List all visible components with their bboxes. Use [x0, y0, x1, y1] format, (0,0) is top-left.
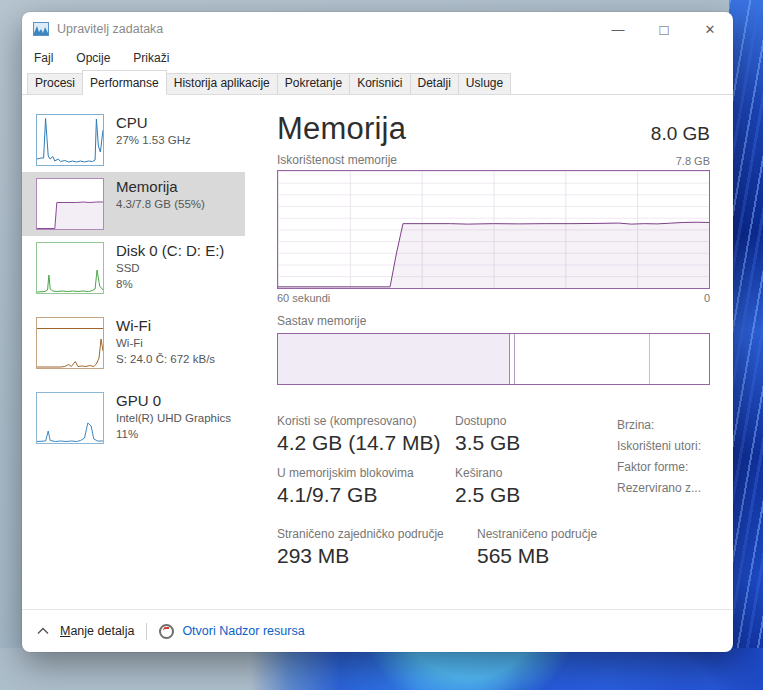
disk-title: Disk 0 (C: D: E:) — [116, 241, 224, 260]
stat-available: Dostupno 3.5 GB — [455, 414, 617, 455]
time-axis-labels: 60 sekundi 0 — [277, 292, 710, 304]
menu-item-fajl[interactable]: Fajl — [34, 51, 53, 65]
info-form-factor: Faktor forme: — [617, 457, 710, 478]
disk-usage: 8% — [116, 276, 224, 292]
task-manager-window: Upravitelj zadataka — □ ✕ Fajl Opcije Pr… — [22, 12, 733, 652]
fewer-details-toggle[interactable]: Manje detalja — [60, 624, 134, 638]
tab-strip: Procesi Performanse Historija aplikacije… — [22, 69, 733, 95]
footer-bar: Manje detalja Otvori Nadzor resursa — [22, 609, 733, 652]
chevron-up-icon — [37, 627, 49, 635]
wallpaper-bloom — [0, 648, 763, 690]
minimize-button[interactable]: — — [595, 12, 641, 46]
composition-chart-title: Sastav memorije — [277, 314, 710, 328]
memory-stats-row3: Straničeno zajedničko područje 293 MB Ne… — [277, 527, 710, 579]
tab-pokretanje[interactable]: Pokretanje — [277, 73, 350, 94]
memory-detail-panel: Memorija 8.0 GB Iskorištenost memorije 7… — [260, 95, 733, 609]
memory-mini-chart — [36, 178, 104, 230]
wifi-throughput: S: 24.0 Č: 672 kB/s — [116, 351, 215, 367]
sidebar-item-gpu[interactable]: GPU 0 Intel(R) UHD Graphics 11% — [22, 386, 245, 461]
close-button[interactable]: ✕ — [687, 12, 733, 46]
cpu-mini-chart — [36, 114, 104, 166]
composition-segment-in-use — [278, 334, 510, 384]
menu-item-prikazi[interactable]: Prikaži — [133, 51, 169, 65]
memory-stats-grid: Koristi se (kompresovano) 4.2 GB (14.7 M… — [277, 414, 710, 518]
cpu-title: CPU — [116, 113, 191, 132]
info-speed: Brzina: — [617, 415, 710, 436]
open-resource-monitor-link[interactable]: Otvori Nadzor resursa — [182, 624, 304, 638]
tab-historija-aplikacije[interactable]: Historija aplikacije — [166, 73, 278, 94]
tab-usluge[interactable]: Usluge — [458, 73, 511, 94]
stat-cached: Keširano 2.5 GB — [455, 466, 617, 507]
wifi-name: Wi-Fi — [116, 335, 215, 351]
window-title: Upravitelj zadataka — [57, 22, 163, 36]
tab-detalji[interactable]: Detalji — [410, 73, 459, 94]
info-slots-used: Iskorišteni utori: — [617, 436, 710, 457]
stat-paged-pool: Straničeno zajedničko područje 293 MB — [277, 527, 477, 568]
disk-mini-chart — [36, 242, 104, 294]
memory-total: 8.0 GB — [651, 119, 710, 149]
task-manager-app-icon — [33, 21, 49, 37]
composition-segment-free — [650, 334, 709, 384]
time-axis-right: 0 — [704, 292, 710, 304]
maximize-button[interactable]: □ — [641, 12, 687, 46]
performance-sidebar: CPU 27% 1.53 GHz Memorija 4.3/7.8 GB (55… — [22, 95, 260, 609]
sidebar-item-cpu[interactable]: CPU 27% 1.53 GHz — [22, 108, 245, 172]
usage-chart-max: 7.8 GB — [676, 155, 710, 167]
stat-committed: U memorijskim blokovima 4.1/9.7 GB — [277, 466, 455, 507]
stat-non-paged-pool: Nestraničeno područje 565 MB — [477, 527, 597, 568]
tab-korisnici[interactable]: Korisnici — [349, 73, 410, 94]
memory-header: Memorija 8.0 GB — [277, 109, 710, 149]
sidebar-item-memory[interactable]: Memorija 4.3/7.8 GB (55%) — [22, 172, 245, 236]
hardware-info-labels: Brzina: Iskorišteni utori: Faktor forme:… — [617, 414, 710, 518]
gpu-title: GPU 0 — [116, 391, 231, 410]
footer-separator — [146, 623, 147, 640]
info-reserved: Rezervirano z... — [617, 478, 710, 499]
window-controls: — □ ✕ — [595, 12, 733, 46]
stat-in-use: Koristi se (kompresovano) 4.2 GB (14.7 M… — [277, 414, 455, 455]
time-axis-left: 60 sekundi — [277, 292, 330, 304]
usage-chart-labels: Iskorištenost memorije 7.8 GB — [277, 153, 710, 167]
wifi-title: Wi-Fi — [116, 316, 215, 335]
memory-stats: 4.3/7.8 GB (55%) — [116, 196, 205, 212]
gpu-usage: 11% — [116, 426, 231, 442]
menu-bar: Fajl Opcije Prikaži — [22, 46, 733, 69]
tab-procesi[interactable]: Procesi — [27, 73, 83, 94]
performance-content: CPU 27% 1.53 GHz Memorija 4.3/7.8 GB (55… — [22, 95, 733, 609]
wifi-mini-chart — [36, 317, 104, 369]
page-title: Memorija — [277, 109, 406, 149]
sidebar-item-wifi[interactable]: Wi-Fi Wi-Fi S: 24.0 Č: 672 kB/s — [22, 311, 245, 386]
gpu-mini-chart — [36, 392, 104, 444]
tab-performanse[interactable]: Performanse — [82, 70, 167, 95]
title-bar: Upravitelj zadataka — □ ✕ — [22, 12, 733, 46]
composition-segment-standby — [515, 334, 649, 384]
resource-monitor-icon — [159, 624, 174, 639]
menu-item-opcije[interactable]: Opcije — [76, 51, 110, 65]
memory-title: Memorija — [116, 177, 205, 196]
memory-composition-bar[interactable] — [277, 333, 710, 385]
memory-usage-chart — [277, 170, 710, 289]
usage-chart-title: Iskorištenost memorije — [277, 153, 397, 167]
cpu-stats: 27% 1.53 GHz — [116, 132, 191, 148]
disk-type: SSD — [116, 260, 224, 276]
wallpaper-ribbons — [729, 0, 763, 690]
gpu-name: Intel(R) UHD Graphics — [116, 410, 231, 426]
sidebar-item-disk[interactable]: Disk 0 (C: D: E:) SSD 8% — [22, 236, 245, 311]
